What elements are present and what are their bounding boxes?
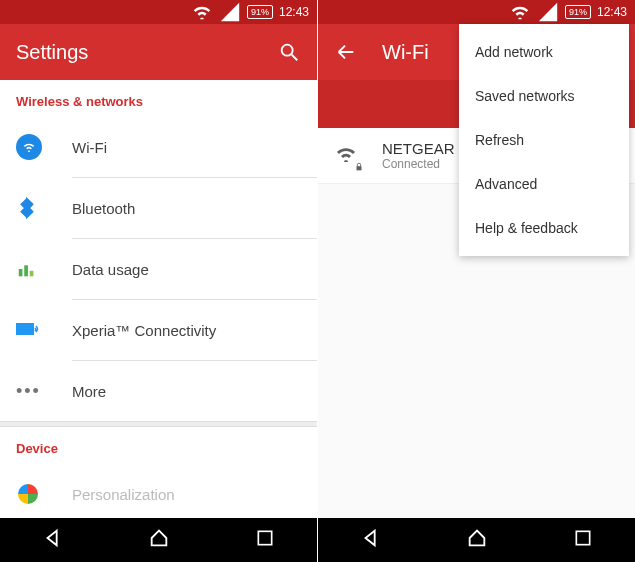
nav-recent[interactable] (573, 528, 593, 552)
item-wifi[interactable]: Wi-Fi (0, 117, 317, 177)
battery-indicator: 91% (565, 5, 591, 19)
clock: 12:43 (597, 5, 627, 19)
svg-rect-3 (24, 265, 28, 276)
nav-bar (318, 518, 635, 562)
item-bluetooth[interactable]: Bluetooth (0, 178, 317, 238)
item-xperia-connectivity[interactable]: Xperia™ Connectivity (0, 300, 317, 360)
app-bar: Settings (0, 24, 317, 80)
nav-back[interactable] (42, 527, 64, 553)
item-label: More (56, 383, 106, 400)
settings-list: Wireless & networks Wi-Fi Bluetooth Data… (0, 80, 317, 518)
signal-icon (219, 1, 241, 23)
svg-rect-4 (30, 271, 34, 277)
wifi-secure-icon (334, 142, 370, 170)
item-label: Xperia™ Connectivity (56, 322, 216, 339)
section-device: Device (0, 427, 317, 464)
nav-bar (0, 518, 317, 562)
svg-line-1 (292, 55, 298, 61)
menu-refresh[interactable]: Refresh (459, 118, 629, 162)
item-data-usage[interactable]: Data usage (0, 239, 317, 299)
arrow-left-icon (335, 41, 357, 63)
svg-point-0 (282, 45, 293, 56)
menu-help-feedback[interactable]: Help & feedback (459, 206, 629, 250)
connectivity-icon (16, 321, 56, 339)
item-personalization[interactable]: Personalization (0, 464, 317, 518)
menu-advanced[interactable]: Advanced (459, 162, 629, 206)
network-name: NETGEAR (382, 140, 455, 157)
search-button[interactable] (277, 40, 301, 64)
network-status: Connected (382, 157, 455, 171)
section-wireless: Wireless & networks (0, 80, 317, 117)
wifi-icon (16, 134, 42, 160)
svg-rect-5 (16, 323, 34, 335)
wifi-icon (509, 1, 531, 23)
battery-indicator: 91% (247, 5, 273, 19)
wifi-icon (191, 1, 213, 23)
item-label: Bluetooth (56, 200, 135, 217)
overflow-menu: Add network Saved networks Refresh Advan… (459, 24, 629, 256)
bluetooth-icon (16, 197, 56, 219)
data-usage-icon (16, 258, 56, 280)
item-label: Wi-Fi (56, 139, 107, 156)
status-bar: 91% 12:43 (318, 0, 635, 24)
menu-add-network[interactable]: Add network (459, 30, 629, 74)
item-label: Data usage (56, 261, 149, 278)
personalization-icon (16, 482, 56, 506)
back-button[interactable] (334, 40, 358, 64)
item-more[interactable]: ••• More (0, 361, 317, 421)
wifi-screen: 91% 12:43 Wi-Fi On NETGEAR Connected Add… (318, 0, 635, 562)
svg-rect-8 (576, 531, 589, 544)
status-bar: 91% 12:43 (0, 0, 317, 24)
page-title: Settings (16, 41, 277, 64)
svg-rect-2 (19, 269, 23, 276)
item-label: Personalization (56, 486, 175, 503)
clock: 12:43 (279, 5, 309, 19)
nav-home[interactable] (148, 527, 170, 553)
menu-saved-networks[interactable]: Saved networks (459, 74, 629, 118)
svg-rect-6 (258, 531, 271, 544)
settings-screen: 91% 12:43 Settings Wireless & networks W… (0, 0, 317, 562)
more-icon: ••• (16, 381, 56, 402)
nav-back[interactable] (360, 527, 382, 553)
search-icon (278, 41, 300, 63)
nav-recent[interactable] (255, 528, 275, 552)
svg-rect-7 (357, 166, 362, 170)
signal-icon (537, 1, 559, 23)
nav-home[interactable] (466, 527, 488, 553)
